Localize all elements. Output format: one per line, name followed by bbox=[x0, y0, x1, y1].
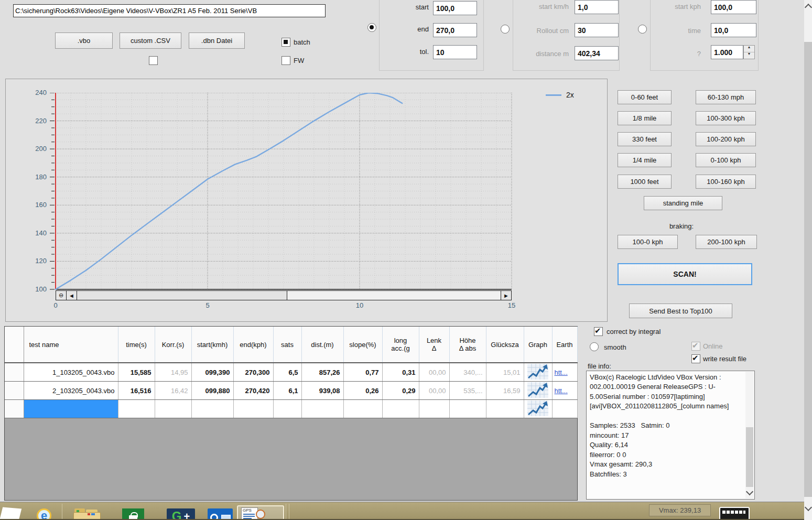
col-glueckszahl[interactable]: Glücksza bbox=[486, 327, 524, 363]
start-button[interactable] bbox=[0, 507, 21, 520]
dbn-file-button[interactable]: .dbn Datei bbox=[189, 32, 245, 49]
preset-100-300-kph-button[interactable]: 100-300 kph bbox=[696, 111, 756, 125]
graph-icon[interactable] bbox=[524, 400, 552, 418]
col-start-kmh[interactable]: start(kmh) bbox=[191, 327, 233, 363]
col-test-name[interactable]: test name bbox=[24, 327, 118, 363]
batch-checkbox[interactable] bbox=[282, 38, 290, 47]
factor-field[interactable]: 1.000 bbox=[711, 45, 743, 59]
col-end-kph[interactable]: end(kph) bbox=[233, 327, 273, 363]
preset-1000-feet-button[interactable]: 1000 feet bbox=[618, 175, 672, 189]
chart-scroll-left-icon[interactable]: ◄ bbox=[67, 291, 77, 300]
distance-m-label: distance m bbox=[516, 50, 569, 58]
chart-scrollbar-track[interactable] bbox=[287, 291, 501, 300]
touch-keyboard-icon[interactable] bbox=[719, 507, 750, 520]
gps-tool-taskbar-button[interactable]: GPS bbox=[237, 505, 284, 520]
preset-1-8-mile-button[interactable]: 1/8 mile bbox=[618, 111, 672, 125]
row-selector[interactable] bbox=[5, 400, 24, 418]
chart-scroll-right-icon[interactable]: ► bbox=[501, 291, 511, 300]
mode-distance-radio[interactable] bbox=[501, 25, 510, 34]
col-hoehe-delta[interactable]: Höhe Δ abs bbox=[449, 327, 486, 363]
file-info-scrollbar-thumb[interactable] bbox=[746, 427, 753, 487]
row-selector[interactable] bbox=[5, 363, 24, 382]
window-vertical-scrollbar[interactable] bbox=[804, 0, 812, 520]
results-table-area: test name time(s) Korr.(s) start(kmh) en… bbox=[4, 326, 578, 501]
row-selector[interactable] bbox=[5, 382, 24, 400]
rollout-cm-field[interactable]: 30 bbox=[575, 23, 619, 37]
file-path-input[interactable] bbox=[13, 4, 326, 17]
chart-zoom-out-icon[interactable]: ⊖ bbox=[56, 291, 67, 300]
preset-standing-mile-button[interactable]: standing mile bbox=[644, 196, 722, 210]
col-slope[interactable]: slope(%) bbox=[343, 327, 382, 363]
time-field[interactable]: 10,0 bbox=[711, 23, 756, 37]
file-info-textbox[interactable]: VBox(c) Racelogic LtdVideo VBox Version … bbox=[586, 371, 755, 500]
outlook-icon[interactable] bbox=[208, 508, 233, 520]
preset-0-60-feet-button[interactable]: 0-60 feet bbox=[618, 90, 672, 104]
compass-icon bbox=[256, 510, 265, 519]
correct-by-integral-checkbox[interactable] bbox=[594, 327, 603, 336]
scan-button[interactable]: SCAN! bbox=[618, 263, 752, 285]
graph-icon[interactable] bbox=[524, 382, 552, 400]
mode-time-radio[interactable] bbox=[638, 25, 647, 34]
graph-icon[interactable] bbox=[524, 363, 552, 382]
taskbar-separator bbox=[286, 504, 286, 520]
col-dist-m[interactable]: dist.(m) bbox=[301, 327, 343, 363]
spinner-down-icon[interactable]: ▼ bbox=[744, 52, 754, 59]
cell-glueck: 15,01 bbox=[486, 363, 524, 382]
internet-explorer-icon[interactable]: e bbox=[37, 508, 52, 520]
col-long-acc[interactable]: long acc.(g bbox=[382, 327, 419, 363]
col-time[interactable]: time(s) bbox=[118, 327, 155, 363]
factor-label: ? bbox=[653, 50, 701, 58]
row-selector-header[interactable] bbox=[5, 327, 24, 363]
selected-empty-cell[interactable] bbox=[24, 400, 118, 418]
g-app-icon[interactable]: G + bbox=[167, 508, 195, 520]
factor-spinner[interactable]: ▲ ▼ bbox=[743, 45, 755, 59]
start-kmh-field[interactable]: 1,0 bbox=[575, 0, 619, 14]
col-graph[interactable]: Graph bbox=[524, 327, 552, 363]
chart-scrollbar-thumb[interactable] bbox=[77, 291, 287, 300]
fw-checkbox[interactable] bbox=[282, 56, 290, 65]
preset-100-200-kph-button[interactable]: 100-200 kph bbox=[696, 132, 756, 146]
scroll-down-icon[interactable] bbox=[805, 504, 812, 511]
col-korr[interactable]: Korr.(s) bbox=[155, 327, 191, 363]
distance-m-field[interactable]: 402,34 bbox=[575, 46, 619, 60]
mode-speed-range-radio[interactable] bbox=[367, 23, 376, 32]
cell-acc: 0,29 bbox=[382, 382, 419, 400]
csv-option-checkbox[interactable] bbox=[149, 56, 158, 65]
table-new-row[interactable] bbox=[5, 400, 577, 418]
windows-store-icon[interactable] bbox=[122, 508, 144, 520]
preset-1-4-mile-button[interactable]: 1/4 mile bbox=[618, 153, 672, 167]
preset-0-100-kph-button[interactable]: 0-100 kph bbox=[696, 153, 756, 167]
window-scrollbar-thumb[interactable] bbox=[804, 42, 812, 497]
vmax-value: Vmax: 239,13 bbox=[659, 506, 701, 514]
col-earth[interactable]: Earth bbox=[552, 327, 577, 363]
batch-label: batch bbox=[294, 38, 310, 46]
col-sats[interactable]: sats bbox=[273, 327, 301, 363]
start-field[interactable]: 100,0 bbox=[433, 1, 477, 15]
send-best-to-top100-button[interactable]: Send Best to Top100 bbox=[629, 304, 732, 318]
file-info-scrollbar[interactable] bbox=[745, 372, 754, 499]
vbo-button[interactable]: .vbo bbox=[55, 32, 113, 49]
write-result-file-checkbox[interactable] bbox=[691, 354, 700, 363]
col-lenk-delta[interactable]: Lenk Δ bbox=[419, 327, 449, 363]
table-row[interactable]: 1_103205_0043.vbo 15,585 14,95 099,390 2… bbox=[5, 363, 577, 382]
scroll-up-icon[interactable] bbox=[805, 4, 812, 11]
tol-field[interactable]: 10 bbox=[433, 45, 477, 59]
braking-100-0-kph-button[interactable]: 100-0 kph bbox=[618, 235, 678, 249]
rollout-cm-label: Rollout cm bbox=[516, 27, 569, 35]
preset-60-130-mph-button[interactable]: 60-130 mph bbox=[696, 90, 756, 104]
start-kph-field[interactable]: 100,0 bbox=[711, 0, 756, 14]
file-explorer-icon[interactable] bbox=[73, 508, 101, 520]
cell-slope: 0,77 bbox=[343, 363, 382, 382]
end-field[interactable]: 270,0 bbox=[433, 23, 477, 37]
earth-link[interactable]: htt... bbox=[555, 369, 568, 376]
scroll-down-icon[interactable] bbox=[746, 488, 753, 495]
earth-link[interactable]: htt... bbox=[555, 387, 568, 395]
chart-horizontal-scrollbar[interactable]: ⊖ ◄ ► bbox=[56, 290, 512, 300]
custom-csv-button[interactable]: custom .CSV bbox=[120, 32, 181, 49]
braking-200-100-kph-button[interactable]: 200-100 kph bbox=[696, 235, 757, 249]
preset-330-feet-button[interactable]: 330 feet bbox=[618, 132, 672, 146]
smooth-radio[interactable] bbox=[590, 342, 599, 351]
preset-100-160-kph-button[interactable]: 100-160 kph bbox=[696, 175, 756, 189]
chart-legend: 2x bbox=[546, 91, 574, 99]
table-row[interactable]: 2_103205_0043.vbo 16,516 16,42 099,880 2… bbox=[5, 382, 577, 400]
